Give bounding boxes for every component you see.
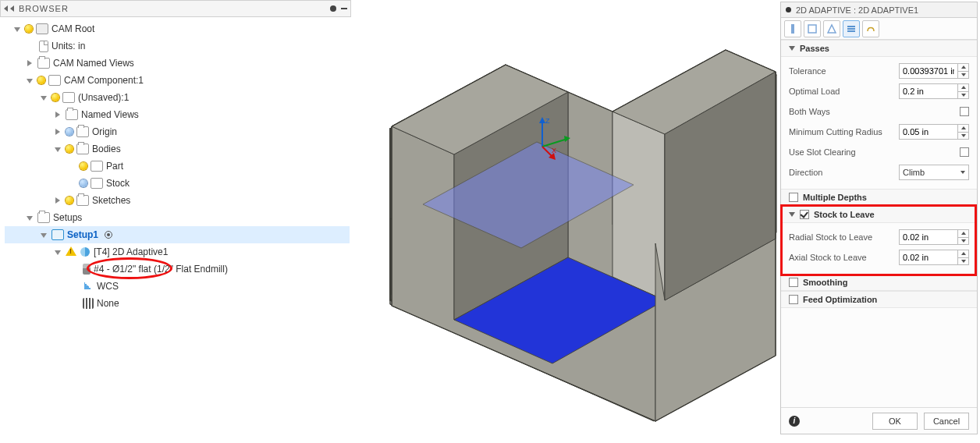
tree-item-tool[interactable]: #4 - Ø1/2" flat (1/2" Flat Endmill)	[5, 260, 350, 278]
svg-line-46	[542, 139, 567, 147]
section-feed-opt-header[interactable]: Feed Optimization	[781, 291, 977, 308]
expand-icon[interactable]	[55, 250, 61, 255]
smoothing-checkbox[interactable]	[789, 278, 798, 287]
tree-item-sketches[interactable]: Sketches	[5, 192, 350, 209]
tree-item-component[interactable]: CAM Component:1	[5, 72, 350, 89]
ok-button[interactable]: OK	[872, 413, 918, 430]
expand-icon[interactable]	[41, 233, 47, 238]
expand-icon[interactable]	[14, 27, 20, 32]
section-passes-header[interactable]: Passes	[781, 40, 977, 57]
folder-icon	[37, 212, 50, 223]
cancel-button[interactable]: Cancel	[924, 413, 969, 430]
expand-icon[interactable]	[55, 129, 60, 135]
feed-opt-checkbox[interactable]	[789, 295, 798, 304]
radial-stock-input[interactable]	[899, 229, 958, 245]
spinner[interactable]	[958, 229, 969, 245]
slot-clearing-checkbox[interactable]	[960, 147, 969, 157]
section-stock-to-leave-header[interactable]: Stock to Leave	[781, 206, 977, 223]
visibility-icon[interactable]	[25, 25, 33, 33]
expand-icon[interactable]	[41, 96, 47, 101]
visibility-icon[interactable]	[51, 94, 59, 101]
section-label: Multiple Depths	[803, 193, 867, 202]
tree-item-setup1[interactable]: Setup1	[5, 226, 350, 243]
collapse-icon[interactable]	[4, 5, 8, 12]
tab-linking[interactable]	[862, 20, 879, 37]
tree-item-part[interactable]: Part	[5, 158, 350, 175]
chevron-down-icon	[789, 46, 795, 51]
expand-icon[interactable]	[27, 79, 33, 83]
tree-label: (Unsaved):1	[78, 92, 129, 103]
tab-geometry[interactable]	[804, 20, 821, 37]
tree-item-none[interactable]: None	[5, 295, 350, 312]
active-radio-icon[interactable]	[105, 231, 112, 239]
optimal-load-label: Optimal Load	[789, 87, 840, 96]
both-ways-checkbox[interactable]	[960, 107, 969, 116]
panel-tab-bar	[781, 18, 977, 40]
tree-item-units[interactable]: Units: in	[5, 37, 350, 55]
visibility-icon[interactable]	[66, 128, 73, 136]
section-label: Stock to Leave	[814, 210, 875, 219]
expand-icon[interactable]	[55, 197, 60, 204]
axial-stock-input[interactable]	[899, 250, 958, 265]
section-multiple-depths-header[interactable]: Multiple Depths	[781, 189, 977, 206]
tree-label: Stock	[106, 178, 130, 189]
tree-item-wcs[interactable]: WCS	[5, 278, 350, 295]
stock-to-leave-checkbox[interactable]	[800, 210, 809, 219]
root-icon	[36, 23, 48, 34]
warning-icon	[66, 246, 76, 257]
folder-icon	[76, 144, 89, 154]
svg-text:Z: Z	[545, 117, 550, 125]
svg-rect-52	[808, 25, 816, 33]
tree-item-2d-adaptive[interactable]: [T4] 2D Adaptive1	[5, 243, 350, 260]
expand-icon[interactable]	[55, 147, 61, 152]
tree-item-setups[interactable]: Setups	[5, 209, 350, 226]
minimize-icon[interactable]	[341, 8, 347, 9]
tree-item-named-views[interactable]: CAM Named Views	[5, 55, 350, 72]
body-icon	[91, 161, 103, 172]
folder-icon	[76, 126, 89, 137]
spinner[interactable]	[958, 63, 969, 79]
visibility-icon[interactable]	[66, 197, 73, 204]
optimal-load-input[interactable]	[899, 83, 958, 99]
expand-icon[interactable]	[27, 216, 33, 221]
tree-label: CAM Root	[51, 23, 94, 34]
section-smoothing-header[interactable]: Smoothing	[781, 274, 977, 291]
tree-item-cam-root[interactable]: CAM Root	[5, 20, 350, 37]
spinner[interactable]	[958, 250, 969, 265]
direction-dropdown[interactable]: Climb	[899, 165, 969, 180]
collapse-icon[interactable]	[10, 5, 14, 12]
chevron-down-icon	[789, 212, 795, 217]
pin-icon[interactable]	[330, 5, 336, 12]
tab-tool[interactable]	[784, 20, 801, 37]
browser-header: BROWSER	[0, 0, 351, 17]
setup-icon	[51, 229, 64, 240]
panel-title-bar: 2D ADAPTIVE : 2D ADAPTIVE1	[781, 2, 977, 18]
spinner[interactable]	[958, 124, 969, 140]
svg-text:X: X	[552, 147, 556, 154]
info-icon[interactable]: i	[789, 416, 800, 427]
min-cut-radius-input[interactable]	[899, 124, 958, 140]
tree-item-origin[interactable]: Origin	[5, 123, 350, 140]
tree-label: #4 - Ø1/2" flat (1/2" Flat Endmill)	[94, 264, 228, 275]
tree-item-bodies[interactable]: Bodies	[5, 140, 350, 158]
svg-marker-44	[539, 117, 545, 123]
direction-value: Climb	[903, 168, 925, 177]
tab-passes[interactable]	[843, 20, 860, 37]
tab-heights[interactable]	[823, 20, 840, 37]
tree-item-stock[interactable]: Stock	[5, 175, 350, 192]
tree-item-named-views-2[interactable]: Named Views	[5, 106, 350, 123]
tolerance-input[interactable]	[899, 63, 958, 79]
tree-label: None	[97, 298, 119, 309]
tree-label: WCS	[97, 281, 119, 292]
spinner[interactable]	[958, 83, 969, 99]
multiple-depths-checkbox[interactable]	[789, 193, 798, 202]
expand-icon[interactable]	[27, 60, 32, 66]
visibility-icon[interactable]	[80, 162, 87, 170]
visibility-icon[interactable]	[66, 145, 73, 153]
tree-label: Part	[106, 161, 123, 172]
visibility-icon[interactable]	[37, 76, 45, 84]
visibility-icon[interactable]	[80, 179, 87, 187]
expand-icon[interactable]	[55, 112, 60, 118]
tree-item-unsaved[interactable]: (Unsaved):1	[5, 89, 350, 106]
tree-label: Units: in	[51, 41, 85, 51]
